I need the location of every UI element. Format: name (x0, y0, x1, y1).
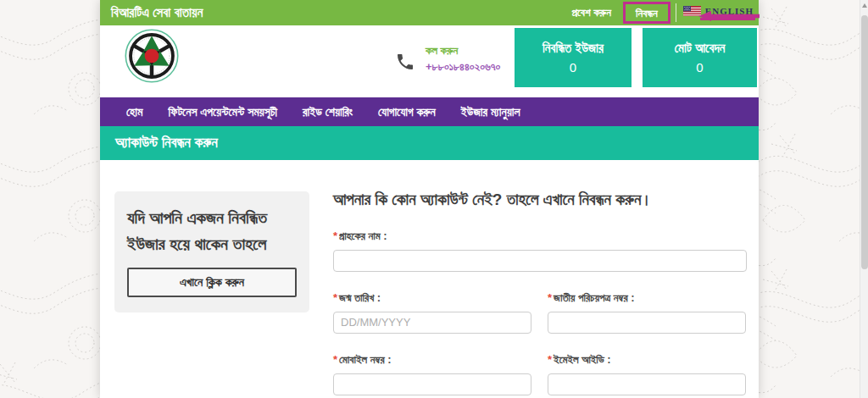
top-bar-divider (676, 3, 676, 22)
annotation-underline (700, 18, 755, 20)
nav-item-ride-sharing[interactable]: রাইড শেয়ারিং (290, 97, 365, 126)
stat-value: 0 (570, 60, 576, 75)
customer-name-label: গ্রাহকের নাম : (339, 229, 387, 242)
page-title: অ্যাকাউন্ট নিবন্ধন করুন (115, 135, 218, 152)
site-header: কল করুন +৮৮০১৮৪৪০২০৬৭০ নিবন্ধিত ইউজার 0 … (100, 25, 759, 97)
field-label: *ইমেইল আইডি : (548, 353, 746, 367)
customer-name-input[interactable] (333, 250, 747, 272)
required-marker: * (548, 353, 552, 366)
registered-users-stat: নিবন্ধিত ইউজার 0 (515, 28, 632, 87)
scrollbar-thumb[interactable] (861, 15, 868, 269)
phone-icon (395, 52, 415, 72)
birth-date-label: জন্ম তারিখ : (339, 291, 381, 304)
annotation-register-highlight: নিবন্ধন (623, 2, 670, 24)
birth-date-input[interactable] (333, 312, 531, 334)
field-label: *জাতীয় পরিচয়পত্র নম্বর : (548, 291, 746, 305)
total-applications-stat: মোট আবেদন 0 (643, 28, 757, 87)
nav-item-contact[interactable]: যোগাযোগ করুন (365, 97, 448, 126)
nid-field-group: *জাতীয় পরিচয়পত্র নম্বর : (548, 291, 746, 334)
nid-number-input[interactable] (548, 312, 746, 334)
email-input[interactable] (548, 373, 746, 395)
login-link[interactable]: প্রবেশ করুন (563, 6, 619, 19)
top-bar: বিআরটিএ সেবা বাতায়ন প্রবেশ করুন নিবন্ধন… (100, 0, 759, 25)
stat-label: মোট আবেদন (675, 41, 726, 56)
info-box-text: যদি আপনি একজন নিবন্ধিত ইউজার হয়ে থাকেন … (127, 205, 297, 257)
phone-number[interactable]: +৮৮০১৮৪৪০২০৬৭০ (426, 60, 500, 74)
nid-number-label: জাতীয় পরিচয়পত্র নম্বর : (554, 291, 634, 304)
click-here-button[interactable]: এখানে ক্লিক করুন (127, 268, 297, 297)
customer-name-field-group: *গ্রাহকের নাম : (333, 229, 747, 272)
vertical-scrollbar[interactable] (860, 0, 868, 398)
email-label: ইমেইল আইডি : (554, 353, 611, 366)
nav-item-home[interactable]: হোম (114, 97, 155, 126)
main-content: যদি আপনি একজন নিবন্ধিত ইউজার হয়ে থাকেন … (100, 160, 759, 398)
form-heading: আপনার কি কোন অ্যাকাউন্ট নেই? তাহলে এখানে… (333, 188, 747, 213)
page-container: বিআরটিএ সেবা বাতায়ন প্রবেশ করুন নিবন্ধন… (100, 0, 759, 398)
section-title-bar: অ্যাকাউন্ট নিবন্ধন করুন (100, 126, 759, 160)
brta-logo (125, 29, 179, 83)
register-link[interactable]: নিবন্ধন (627, 7, 666, 19)
field-label: *মোবাইল নম্বর : (333, 353, 531, 367)
language-switcher[interactable]: ENGLISH (682, 4, 755, 21)
call-label: কল করুন (426, 44, 500, 58)
site-title: বিআরটিএ সেবা বাতায়ন (111, 5, 203, 20)
required-marker: * (333, 291, 337, 304)
main-navigation: হোম ফিটনেস এপয়েন্টমেন্ট সময়সূচী রাইড শ… (100, 97, 759, 126)
registration-form: আপনার কি কোন অ্যাকাউন্ট নেই? তাহলে এখানে… (333, 188, 747, 398)
phone-contact: কল করুন +৮৮০১৮৪৪০২০৬৭০ (395, 44, 500, 74)
birth-date-field-group: *জন্ম তারিখ : (333, 291, 531, 334)
mobile-number-field-group: *মোবাইল নম্বর : (333, 353, 531, 395)
stat-label: নিবন্ধিত ইউজার (542, 41, 604, 56)
top-bar-links: প্রবেশ করুন নিবন্ধন ENGLISH (563, 2, 755, 24)
field-label: *গ্রাহকের নাম : (333, 229, 747, 243)
registered-user-info-box: যদি আপনি একজন নিবন্ধিত ইউজার হয়ে থাকেন … (114, 191, 309, 312)
mobile-number-label: মোবাইল নম্বর : (339, 353, 391, 366)
required-marker: * (548, 291, 552, 304)
nav-item-fitness-appointment[interactable]: ফিটনেস এপয়েন্টমেন্ট সময়সূচী (155, 97, 289, 126)
nav-item-user-manual[interactable]: ইউজার ম্যানুয়াল (448, 97, 533, 126)
mobile-number-input[interactable] (333, 373, 531, 395)
required-marker: * (333, 353, 337, 366)
scroll-up-arrow-icon[interactable] (862, 3, 867, 8)
required-marker: * (333, 229, 337, 242)
email-field-group: *ইমেইল আইডি : (548, 353, 746, 395)
field-label: *জন্ম তারিখ : (333, 291, 531, 305)
stat-value: 0 (696, 60, 703, 75)
